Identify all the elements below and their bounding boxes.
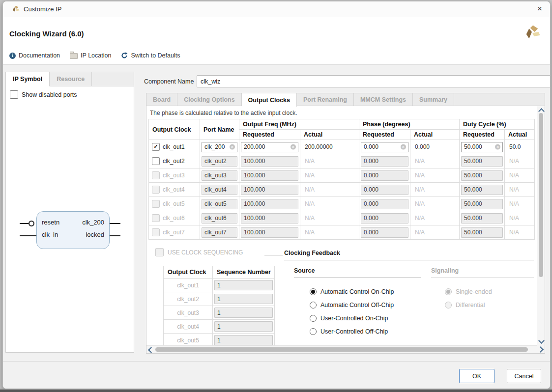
scroll-right-icon[interactable]: [537, 346, 544, 353]
radio-automatic-control-off-chip[interactable]: Automatic Control Off-Chip: [310, 302, 394, 308]
clock-enable-checkbox: [152, 171, 160, 179]
radio-icon: [310, 315, 317, 322]
col-seq-output-clock: Output Clock: [164, 266, 213, 279]
tab-ip-symbol[interactable]: IP Symbol: [6, 72, 50, 86]
tab-clocking-options[interactable]: Clocking Options: [177, 93, 241, 106]
sequence-number-field: 1: [214, 280, 273, 290]
output-clock-label: clk_out4: [163, 186, 185, 193]
tab-port-renaming[interactable]: Port Renaming: [297, 93, 354, 106]
tab-resource[interactable]: Resource: [50, 72, 92, 86]
left-tab-strip: IP Symbol Resource: [6, 72, 134, 86]
freq-requested-field: 100.000: [241, 156, 298, 167]
source-label: Source: [294, 267, 315, 274]
vertical-scrollbar[interactable]: [537, 106, 545, 346]
seq-clock-label: clk_out3: [164, 306, 213, 320]
table-row: clk_out3 clk_out3 100.000 N/A 0.000 N/A …: [149, 168, 535, 183]
phase-actual-value: 0.000: [412, 143, 430, 150]
ip-location-label: IP Location: [81, 52, 111, 59]
sequence-number-field: 1: [214, 294, 273, 304]
tab-output-clocks[interactable]: Output Clocks: [242, 93, 297, 107]
header-toolbar: i Documentation IP Location Switch to De…: [9, 52, 180, 59]
port-name-field: clk_out3: [202, 170, 237, 181]
radio-label: User-Controlled Off-Chip: [320, 328, 388, 335]
sequence-number-field: 1: [214, 308, 273, 318]
scroll-left-icon[interactable]: [148, 347, 154, 353]
clear-icon[interactable]: [291, 144, 296, 150]
table-row: clk_out5 1: [164, 334, 275, 346]
phase-requested-field: 0.000: [361, 199, 408, 209]
col-port-name: Port Name: [200, 119, 239, 140]
clear-icon[interactable]: [401, 144, 406, 150]
output-clock-label: clk_out2: [163, 158, 185, 165]
port-row-1: resetn clk_200: [42, 219, 104, 226]
radio-icon: [310, 302, 317, 308]
component-name-field[interactable]: clk_wiz: [197, 75, 551, 87]
freq-requested-field[interactable]: 200.000: [241, 142, 298, 152]
documentation-button[interactable]: i Documentation: [9, 52, 60, 59]
phase-actual-value: N/A: [412, 158, 425, 165]
freq-requested-field: 100.000: [241, 199, 298, 209]
locked-wire: [109, 235, 120, 236]
switch-to-defaults-button[interactable]: Switch to Defaults: [121, 52, 180, 59]
freq-actual-value: N/A: [302, 158, 315, 165]
table-row: clk_out3 1: [164, 306, 275, 320]
output-clocks-table: Output Clock Port Name Output Freq (MHz)…: [148, 119, 535, 240]
clock-enable-checkbox[interactable]: [152, 157, 160, 165]
duty-actual-value: N/A: [506, 172, 519, 179]
close-icon[interactable]: ×: [537, 4, 542, 14]
duty-requested-field: 50.000: [461, 156, 503, 167]
ip-symbol-block: resetn clk_200 clk_in locked: [36, 211, 110, 249]
output-clock-label: clk_out1: [163, 143, 185, 150]
phase-actual-value: N/A: [412, 172, 425, 179]
scrollbar-corner: [537, 345, 545, 353]
sequence-table-wrap: Output Clock Sequence Number clk_out1 1 …: [163, 266, 276, 346]
cancel-button[interactable]: Cancel: [507, 369, 541, 383]
output-clock-label: clk_out6: [163, 215, 185, 222]
radio-user-controlled-on-chip[interactable]: User-Controlled On-Chip: [310, 315, 388, 322]
horizontal-scrollbar[interactable]: [146, 345, 538, 353]
clear-icon[interactable]: [230, 144, 235, 150]
duty-requested-field[interactable]: 50.000: [461, 142, 503, 152]
output-clock-label: clk_out5: [163, 200, 185, 207]
app-logo-icon: [11, 5, 20, 13]
duty-actual-value: N/A: [506, 229, 519, 236]
freq-actual-value: N/A: [302, 172, 315, 179]
radio-automatic-control-on-chip[interactable]: Automatic Control On-Chip: [310, 288, 394, 295]
component-name-label: Component Name: [144, 78, 194, 85]
port-clk-in: clk_in: [42, 231, 58, 238]
radio-user-controlled-off-chip[interactable]: User-Controlled Off-Chip: [310, 328, 388, 335]
port-resetn: resetn: [42, 219, 59, 226]
clear-icon[interactable]: [495, 144, 500, 150]
port-name-field: clk_out4: [202, 185, 237, 195]
ip-location-button[interactable]: IP Location: [70, 52, 111, 59]
duty-requested-field: 50.000: [461, 213, 503, 224]
clock-enable-checkbox: [152, 228, 160, 236]
phase-requested-field[interactable]: 0.000: [361, 142, 408, 152]
clock-enable-checkbox: [152, 200, 160, 208]
port-name-field[interactable]: clk_200: [202, 142, 237, 152]
ok-button[interactable]: OK: [459, 369, 494, 383]
port-name-field: clk_out6: [202, 213, 237, 224]
show-disabled-ports-checkbox[interactable]: [10, 90, 18, 99]
seq-clock-label: clk_out1: [164, 279, 213, 292]
tab-mmcm-settings[interactable]: MMCM Settings: [354, 93, 413, 106]
phase-actual-value: N/A: [412, 215, 425, 222]
output-clock-label: clk_out3: [163, 172, 185, 179]
port-locked: locked: [86, 231, 104, 238]
table-row: clk_out4 1: [164, 320, 275, 334]
vertical-scroll-thumb[interactable]: [539, 113, 543, 277]
tab-summary[interactable]: Summary: [413, 93, 454, 106]
clk-in-wire: [20, 235, 36, 236]
duty-requested-field: 50.000: [461, 227, 503, 238]
clock-enable-checkbox[interactable]: [152, 143, 160, 151]
ip-symbol-panel: IP Symbol Resource Show disabled ports r…: [5, 72, 134, 353]
tab-board[interactable]: Board: [146, 93, 177, 106]
show-disabled-ports-row: Show disabled ports: [10, 90, 77, 99]
table-row: clk_out5 clk_out5 100.000 N/A 0.000 N/A …: [149, 197, 535, 211]
phase-note: The phase is calculated relative to the …: [150, 110, 297, 116]
scroll-down-icon[interactable]: [538, 337, 545, 344]
taskbar-strip: [0, 389, 552, 392]
signaling-divider: [431, 278, 534, 278]
duty-actual-value: N/A: [506, 200, 519, 207]
horizontal-scroll-thumb[interactable]: [155, 347, 528, 352]
